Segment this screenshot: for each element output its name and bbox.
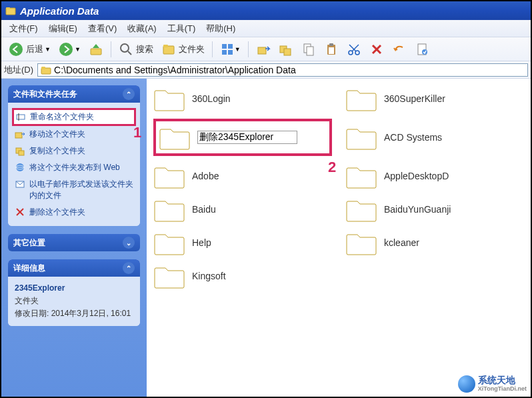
task-move-folder[interactable]: 移动这个文件夹 (15, 126, 133, 143)
folder-item[interactable]: Help (153, 229, 332, 256)
svg-point-5 (121, 44, 129, 52)
views-button[interactable]: ▼ (217, 39, 244, 59)
svg-rect-20 (329, 47, 334, 54)
folder-item[interactable]: BaiduYunGuanji (345, 196, 524, 223)
copy-icon (15, 145, 25, 156)
chevron-down-icon: ▼ (235, 46, 241, 53)
folder-icon (153, 263, 185, 289)
folder-view[interactable]: 360Login 360SuperKiller ACD Systems Adob… (147, 79, 531, 397)
rename-input[interactable] (197, 131, 297, 144)
other-places-panel: 其它位置 ⌄ (8, 234, 140, 251)
svg-rect-8 (163, 45, 168, 47)
toolbar: 后退 ▼ ▼ 搜索 文件夹 ▼ (1, 37, 531, 61)
up-icon (89, 42, 103, 57)
delete-button[interactable] (366, 39, 387, 59)
forward-button[interactable]: ▼ (55, 39, 84, 59)
delete-icon (15, 207, 25, 217)
svg-rect-13 (258, 47, 266, 54)
copy-to-button[interactable] (275, 39, 297, 59)
search-button[interactable]: 搜索 (115, 39, 157, 59)
up-button[interactable] (85, 39, 107, 59)
sidebar: 文件和文件夹任务 ⌃ 重命名这个文件夹 移动这个文件夹 复制这个文件夹 (1, 79, 147, 397)
folder-item[interactable]: 360Login (153, 85, 332, 112)
folder-item[interactable]: Adobe (153, 163, 332, 189)
svg-rect-19 (329, 43, 333, 46)
search-icon (119, 42, 133, 57)
task-rename-folder[interactable]: 重命名这个文件夹 (12, 108, 136, 126)
folder-item[interactable]: 360SuperKiller (345, 85, 524, 112)
details-type: 文件夹 (15, 295, 133, 307)
undo-button[interactable] (389, 39, 410, 59)
svg-rect-30 (41, 67, 45, 69)
menu-file[interactable]: 文件(F) (4, 21, 43, 37)
properties-icon (415, 42, 429, 57)
task-email-folder[interactable]: 以电子邮件形式发送该文件夹内的文件 (15, 176, 133, 204)
tasks-panel: 文件和文件夹任务 ⌃ 重命名这个文件夹 移动这个文件夹 复制这个文件夹 (8, 85, 140, 226)
folder-item[interactable]: kcleaner (345, 229, 524, 256)
paste-button[interactable] (321, 39, 342, 59)
copy-button[interactable] (298, 39, 319, 59)
address-input[interactable]: C:\Documents and Settings\Administrator\… (37, 63, 528, 77)
back-icon (9, 42, 23, 57)
watermark: 系统天地 XiTongTianDi.net (458, 375, 527, 393)
details-panel: 详细信息 ⌃ 2345Explorer 文件夹 修改日期: 2014年3月12日… (8, 259, 140, 326)
task-publish-folder[interactable]: 将这个文件夹发布到 Web (15, 159, 133, 176)
cut-button[interactable] (343, 39, 365, 59)
annotation-1: 1 (133, 124, 141, 141)
email-icon (15, 179, 25, 189)
folder-icon (5, 5, 16, 16)
address-bar: 地址(D) C:\Documents and Settings\Administ… (1, 61, 531, 79)
folder-icon (153, 163, 185, 189)
back-button[interactable]: 后退 ▼ (5, 39, 54, 59)
copy-icon (301, 42, 316, 57)
collapse-icon: ⌃ (123, 262, 135, 274)
paste-icon (324, 42, 339, 57)
menu-tools[interactable]: 工具(T) (162, 21, 201, 37)
expand-icon: ⌄ (123, 237, 135, 249)
folder-item[interactable]: Kingsoft (153, 263, 332, 289)
svg-point-3 (59, 43, 73, 56)
chevron-down-icon: ▼ (75, 46, 81, 53)
undo-icon (392, 42, 407, 57)
folder-icon (345, 124, 377, 151)
svg-rect-35 (19, 151, 24, 155)
move-to-button[interactable] (253, 39, 274, 59)
folder-icon (345, 196, 377, 223)
title-bar: Application Data (1, 1, 531, 20)
menu-help[interactable]: 帮助(H) (201, 21, 241, 37)
details-header[interactable]: 详细信息 ⌃ (8, 259, 140, 277)
tasks-panel-header[interactable]: 文件和文件夹任务 ⌃ (8, 85, 140, 103)
menu-bar: 文件(F) 编辑(E) 查看(V) 收藏(A) 工具(T) 帮助(H) (1, 20, 531, 37)
web-icon (15, 162, 25, 173)
svg-rect-1 (6, 7, 10, 9)
svg-rect-9 (222, 44, 227, 49)
forward-icon (59, 42, 73, 57)
copy-to-icon (279, 42, 293, 57)
chevron-down-icon: ▼ (45, 46, 51, 53)
menu-favorites[interactable]: 收藏(A) (122, 21, 161, 37)
folder-item-renaming[interactable] (153, 119, 332, 156)
task-delete-folder[interactable]: 删除这个文件夹 (15, 204, 133, 221)
delete-icon (369, 42, 384, 57)
folder-icon (153, 196, 185, 223)
svg-line-6 (128, 51, 131, 55)
svg-point-2 (9, 43, 23, 56)
details-name: 2345Explorer (15, 282, 133, 295)
folder-icon (345, 229, 377, 256)
views-icon (220, 42, 235, 57)
folders-button[interactable]: 文件夹 (158, 39, 208, 59)
task-copy-folder[interactable]: 复制这个文件夹 (15, 143, 133, 159)
svg-rect-33 (15, 133, 22, 138)
address-label: 地址(D) (4, 64, 33, 76)
svg-rect-11 (222, 50, 227, 55)
folder-icon (153, 229, 185, 256)
other-places-header[interactable]: 其它位置 ⌄ (8, 234, 140, 251)
menu-edit[interactable]: 编辑(E) (43, 21, 83, 37)
folder-item[interactable]: Baidu (153, 196, 332, 223)
svg-rect-4 (91, 49, 101, 55)
folder-item[interactable]: ACD Systems (345, 119, 524, 156)
folder-item[interactable]: AppleDesktopD (345, 163, 524, 189)
properties-button[interactable] (411, 39, 433, 59)
svg-rect-17 (307, 47, 313, 55)
menu-view[interactable]: 查看(V) (83, 21, 122, 37)
